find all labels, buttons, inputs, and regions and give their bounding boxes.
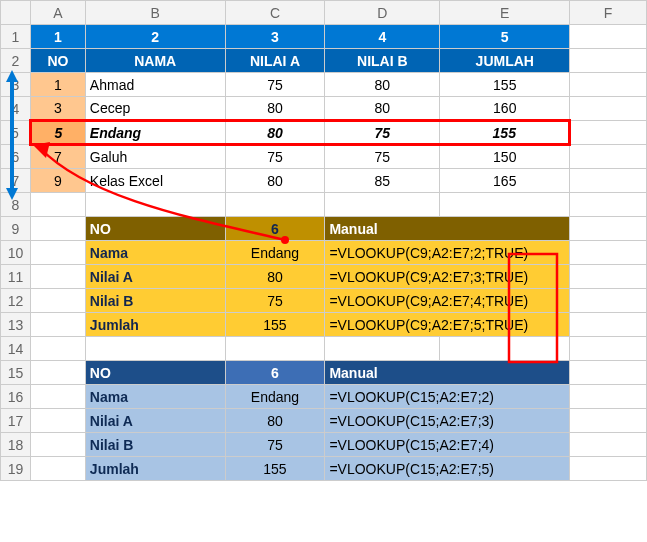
row-header[interactable]: 11	[1, 265, 31, 289]
cell[interactable]	[325, 337, 440, 361]
cell[interactable]	[30, 337, 85, 361]
cell[interactable]: 9	[30, 169, 85, 193]
cell-highlighted[interactable]: 155	[440, 121, 570, 145]
row-header[interactable]: 4	[1, 97, 31, 121]
cell[interactable]: 6	[225, 361, 325, 385]
col-header-D[interactable]: D	[325, 1, 440, 25]
row-header[interactable]: 12	[1, 289, 31, 313]
col-header-F[interactable]: F	[570, 1, 647, 25]
cell[interactable]: Nilai A	[85, 265, 225, 289]
cell[interactable]: Cecep	[85, 97, 225, 121]
cell[interactable]: NAMA	[85, 49, 225, 73]
cell[interactable]	[570, 169, 647, 193]
cell[interactable]: 150	[440, 145, 570, 169]
cell[interactable]: 7	[30, 145, 85, 169]
cell[interactable]: NO	[30, 49, 85, 73]
cell[interactable]	[570, 265, 647, 289]
cell[interactable]	[570, 313, 647, 337]
row-header[interactable]: 1	[1, 25, 31, 49]
cell[interactable]	[30, 193, 85, 217]
cell[interactable]: NO	[85, 361, 225, 385]
cell[interactable]: Nama	[85, 241, 225, 265]
cell[interactable]	[325, 193, 440, 217]
cell[interactable]: Galuh	[85, 145, 225, 169]
cell[interactable]: 1	[30, 73, 85, 97]
cell[interactable]: 75	[225, 145, 325, 169]
cell[interactable]	[30, 433, 85, 457]
cell[interactable]: 1	[30, 25, 85, 49]
row-header[interactable]: 19	[1, 457, 31, 481]
cell[interactable]	[30, 385, 85, 409]
row-header[interactable]: 15	[1, 361, 31, 385]
row-header[interactable]: 5	[1, 121, 31, 145]
cell[interactable]: Nilai B	[85, 433, 225, 457]
cell[interactable]	[30, 409, 85, 433]
cell[interactable]: =VLOOKUP(C9;A2:E7;4;TRUE)	[325, 289, 570, 313]
cell[interactable]	[225, 193, 325, 217]
cell[interactable]: 80	[225, 409, 325, 433]
cell[interactable]: Endang	[225, 241, 325, 265]
cell[interactable]: 6	[225, 217, 325, 241]
cell[interactable]: 75	[225, 73, 325, 97]
cell[interactable]: 80	[225, 97, 325, 121]
cell[interactable]	[225, 337, 325, 361]
cell[interactable]	[570, 385, 647, 409]
cell[interactable]: 3	[225, 25, 325, 49]
cell[interactable]	[570, 337, 647, 361]
col-header-E[interactable]: E	[440, 1, 570, 25]
cell[interactable]: 155	[225, 457, 325, 481]
cell[interactable]	[570, 217, 647, 241]
cell[interactable]	[30, 241, 85, 265]
row-header[interactable]: 16	[1, 385, 31, 409]
cell-highlighted[interactable]: 75	[325, 121, 440, 145]
cell[interactable]	[570, 193, 647, 217]
cell[interactable]: 75	[225, 289, 325, 313]
cell[interactable]: Manual	[325, 217, 570, 241]
cell[interactable]: =VLOOKUP(C15;A2:E7;5)	[325, 457, 570, 481]
row-header[interactable]: 14	[1, 337, 31, 361]
cell[interactable]	[30, 265, 85, 289]
cell[interactable]	[85, 337, 225, 361]
cell[interactable]	[570, 457, 647, 481]
cell[interactable]: Nilai B	[85, 289, 225, 313]
cell[interactable]: 155	[225, 313, 325, 337]
cell-highlighted[interactable]: 5	[30, 121, 85, 145]
cell[interactable]	[570, 145, 647, 169]
row-header[interactable]: 17	[1, 409, 31, 433]
cell[interactable]	[570, 361, 647, 385]
cell[interactable]	[440, 193, 570, 217]
row-header[interactable]: 10	[1, 241, 31, 265]
cell[interactable]: 2	[85, 25, 225, 49]
cell[interactable]	[85, 193, 225, 217]
cell[interactable]: 75	[325, 145, 440, 169]
cell[interactable]: Endang	[225, 385, 325, 409]
cell[interactable]: 85	[325, 169, 440, 193]
cell[interactable]	[570, 49, 647, 73]
cell-highlighted[interactable]: 80	[225, 121, 325, 145]
cell[interactable]: 165	[440, 169, 570, 193]
cell[interactable]: 80	[325, 97, 440, 121]
cell[interactable]	[570, 97, 647, 121]
cell[interactable]: =VLOOKUP(C15;A2:E7;3)	[325, 409, 570, 433]
row-header[interactable]: 2	[1, 49, 31, 73]
cell[interactable]: 4	[325, 25, 440, 49]
select-all[interactable]	[1, 1, 31, 25]
row-header[interactable]: 3	[1, 73, 31, 97]
cell[interactable]: NILAI A	[225, 49, 325, 73]
cell[interactable]	[30, 289, 85, 313]
cell[interactable]: Jumlah	[85, 313, 225, 337]
cell[interactable]	[30, 217, 85, 241]
cell[interactable]: Kelas Excel	[85, 169, 225, 193]
cell[interactable]: 80	[225, 265, 325, 289]
row-header[interactable]: 8	[1, 193, 31, 217]
cell[interactable]	[570, 73, 647, 97]
cell[interactable]: 5	[440, 25, 570, 49]
cell[interactable]	[30, 361, 85, 385]
row-header[interactable]: 18	[1, 433, 31, 457]
cell[interactable]: 80	[225, 169, 325, 193]
spreadsheet-grid[interactable]: A B C D E F 1 1 2 3 4 5 2 NO NAMA NILAI …	[0, 0, 647, 481]
cell[interactable]	[30, 457, 85, 481]
cell-highlighted[interactable]: Endang	[85, 121, 225, 145]
cell[interactable]: Manual	[325, 361, 570, 385]
cell[interactable]	[570, 25, 647, 49]
